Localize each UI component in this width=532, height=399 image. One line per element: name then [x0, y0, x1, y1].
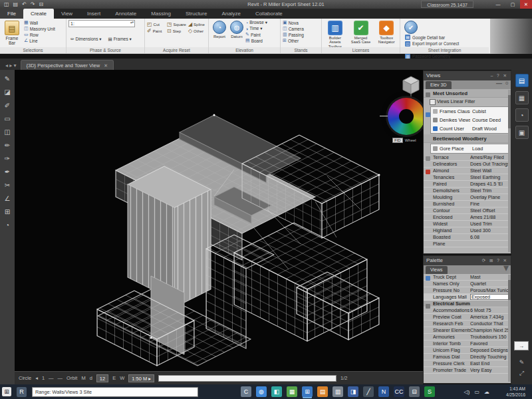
start-button[interactable]: ⊞: [2, 387, 11, 396]
ribbon-small-button[interactable]: ◰Cut: [147, 21, 165, 27]
taskbar-app-icon[interactable]: ◧: [271, 386, 282, 397]
review-sync-button[interactable]: ✔: [402, 20, 420, 35]
property-row[interactable]: HighlandUsed 300: [424, 227, 511, 234]
palette-scrollbar[interactable]: [508, 275, 511, 382]
left-tool-icon[interactable]: ✑: [5, 155, 10, 163]
dock-panel-icon[interactable]: ▦: [515, 91, 529, 104]
vc-token[interactable]: 1: [42, 375, 45, 381]
ribbon-small-button[interactable]: ◇Other: [188, 28, 206, 34]
left-tool-icon[interactable]: ✎: [5, 75, 10, 83]
frame-bar-button[interactable]: ▤ Frame Bar: [2, 20, 22, 45]
minimize-button[interactable]: —: [491, 0, 505, 9]
integration-option[interactable]: ▤Google Detail bar: [405, 35, 477, 40]
property-row[interactable]: WidestUsed Trim: [424, 221, 511, 227]
view-tab-3d[interactable]: {3D} Perspective and Tower View ✕: [21, 60, 114, 70]
property-row[interactable]: Pressure NoPorous/Max Tunic: [424, 287, 511, 294]
view-cube[interactable]: [401, 75, 421, 99]
property-row[interactable]: Pressure ClerkEast End: [424, 360, 511, 367]
ribbon-small-button[interactable]: ◢Spline: [188, 21, 206, 27]
ribbon-mini-button[interactable]: ⊞Other: [283, 38, 304, 43]
taskbar-app-icon[interactable]: ◨: [348, 386, 358, 397]
tab-extra-buttons[interactable]: – ◦: [496, 77, 509, 89]
ribbon-tab[interactable]: Massing: [144, 9, 178, 19]
vc-token[interactable]: Orbit: [66, 375, 77, 381]
ribbon-small-button[interactable]: ✐Paint: [147, 28, 165, 34]
ribbon-tab[interactable]: Create: [23, 9, 54, 19]
quick-access-icon[interactable]: ↶: [22, 1, 27, 7]
ribbon-mini-button[interactable]: ✎Paint: [245, 32, 267, 37]
taskbar-app-icon[interactable]: ⊞: [302, 386, 313, 397]
addin-app-button[interactable]: ✔Merged SaaS Case: [350, 20, 372, 49]
property-row[interactable]: Electrical Summary: [424, 301, 511, 307]
ribbon-tab[interactable]: Annotate: [108, 9, 144, 19]
type-selector-combo[interactable]: 1:▴▾: [68, 20, 135, 27]
left-tool-icon[interactable]: ✏: [5, 142, 10, 150]
type-row[interactable]: Count UserDraft Wood: [431, 124, 509, 133]
left-tool-icon[interactable]: ⊞: [5, 208, 10, 216]
property-row[interactable]: Names OnlyQuartet: [424, 281, 511, 287]
integration-option[interactable]: ◫Export Import or Connect: [405, 41, 477, 47]
ribbon-mini-button[interactable]: ▣Nova: [283, 20, 304, 25]
dock-panel-icon[interactable]: ▣: [515, 126, 529, 139]
combo-arrows-icon[interactable]: ▴▾: [130, 21, 134, 24]
taskbar-app-icon[interactable]: S: [424, 386, 435, 397]
vc-token[interactable]: W: [120, 375, 124, 381]
ribbon-mini-button[interactable]: ▤Board: [245, 38, 267, 43]
ribbon-mini-button[interactable]: ▥Passing: [283, 32, 304, 37]
section-header[interactable]: Beetlewood Woodbery: [424, 134, 511, 143]
left-tool-icon[interactable]: ✂: [5, 182, 10, 190]
tray-icon[interactable]: ☁: [484, 389, 489, 395]
section-header[interactable]: Meet Unsorted: [424, 89, 511, 98]
tab-elev-3d[interactable]: Elev 3D: [426, 81, 452, 89]
quick-access-icon[interactable]: ↷: [31, 1, 35, 7]
datum-button[interactable]: ◍ Datum: [228, 20, 245, 39]
report-button[interactable]: ◔ Report: [211, 20, 228, 39]
dock-panel-icon[interactable]: ◔: [515, 108, 529, 122]
tray-icon[interactable]: ◁): [464, 389, 470, 395]
property-row[interactable]: Accommodations6 Most 75: [424, 307, 511, 314]
taskbar-app-icon[interactable]: C: [241, 386, 251, 397]
taskbar-app-icon[interactable]: ◍: [256, 386, 267, 397]
ribbon-tab[interactable]: File: [0, 9, 23, 19]
property-row[interactable]: Famous DialDirectly Touching: [424, 354, 511, 360]
ribbon-mini-button[interactable]: ◫Camera: [283, 26, 304, 31]
taskbar-app-icon[interactable]: N: [378, 386, 389, 397]
ribbon-mini-button[interactable]: ∠Line: [24, 38, 55, 43]
ribbon-mini-button[interactable]: ◫Masonry Unit: [24, 26, 55, 31]
property-row[interactable]: Truck DeptMast: [424, 274, 511, 281]
tab-extra-buttons[interactable]: ▾: [503, 261, 509, 274]
left-tool-icon[interactable]: ✐: [5, 102, 10, 110]
taskbar-app-icon[interactable]: ⊟: [409, 386, 420, 397]
taskbar-app-icon[interactable]: ▤: [317, 386, 328, 397]
property-row[interactable]: Languages MallExposed: [424, 294, 511, 301]
property-row[interactable]: DemolishersSteel Trim: [424, 188, 511, 194]
quick-access-icon[interactable]: ◫: [4, 1, 9, 7]
ribbon-mini-button[interactable]: ◑Time ▾: [245, 26, 267, 31]
type-row[interactable]: Denikes ViewsCourse Deed: [431, 116, 509, 124]
strip-bottom-icon[interactable]: ⤢: [519, 370, 524, 377]
property-row[interactable]: BurnishedFine: [424, 201, 511, 207]
tray-icon[interactable]: ▭: [474, 389, 479, 395]
ribbon-small-button[interactable]: ◳Square: [167, 21, 186, 27]
taskbar-app-icon[interactable]: ▦: [287, 386, 297, 397]
left-tool-icon[interactable]: ▭: [4, 115, 10, 123]
quick-access-icon[interactable]: ▤: [13, 1, 19, 7]
ribbon-tab[interactable]: Analyze: [214, 9, 247, 19]
status-app-icon[interactable]: R: [17, 387, 27, 397]
close-button[interactable]: ✕: [520, 0, 532, 9]
vc-detail-level[interactable]: 1:50 M ▸: [128, 374, 154, 382]
property-row[interactable]: Research FebConductor That: [424, 321, 511, 327]
ribbon-mini-button[interactable]: ▦Wall: [24, 20, 55, 25]
vc-scale-box[interactable]: 12: [96, 374, 108, 382]
tab-views[interactable]: Views: [426, 266, 448, 274]
type-row[interactable]: Frames ClauseCubist: [431, 107, 509, 116]
navigation-wheel[interactable]: [388, 98, 423, 135]
taskbar-clock[interactable]: 1:43 AM 4/25/2016: [506, 386, 525, 398]
property-row[interactable]: MouldingOverlay Plane: [424, 194, 511, 201]
filter-check-row[interactable]: Views Linear Filter: [424, 98, 511, 106]
quick-access-icon[interactable]: ⊟: [39, 1, 44, 7]
left-tool-icon[interactable]: ◪: [4, 88, 10, 96]
dimensions-button[interactable]: ✏Dimensions ▾: [68, 35, 103, 43]
property-row[interactable]: TenanciesSteel Earthing: [424, 174, 511, 181]
property-row[interactable]: DelineatorsDoes Out Tracings: [424, 161, 511, 168]
